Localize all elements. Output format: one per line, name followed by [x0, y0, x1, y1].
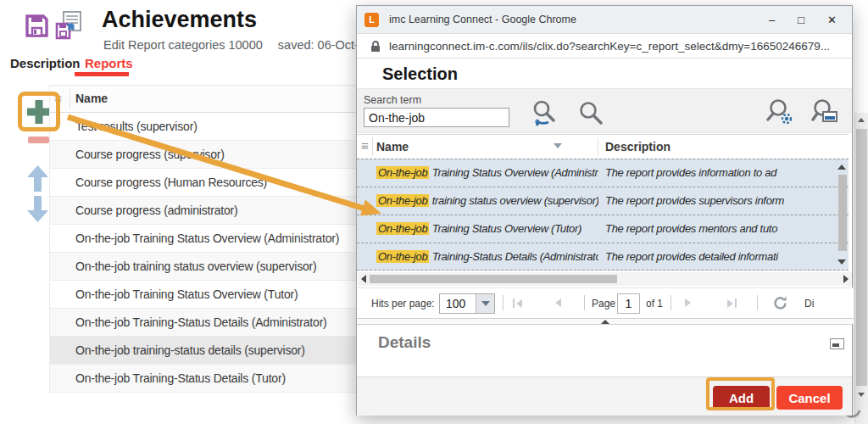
address-bar[interactable]: learningconnect.im-c.com/ils/clix.do?sea… — [357, 34, 852, 59]
details-heading: Details — [378, 333, 431, 352]
move-down-icon[interactable] — [27, 196, 48, 222]
hits-per-page-label: Hits per page: — [371, 298, 435, 310]
report-row-selected[interactable]: On-the-job training-status details (supe… — [50, 337, 356, 365]
report-row[interactable]: On-the-job Training Status Overview (Tut… — [50, 281, 356, 309]
minimize-button[interactable]: – — [769, 14, 775, 26]
report-row[interactable]: Course progress (administrator) — [50, 197, 356, 225]
tab-reports[interactable]: Reports — [85, 56, 133, 70]
report-list-header: ≡ Name — [50, 85, 356, 113]
result-row[interactable]: On-the-job Training Status Overview (Adm… — [357, 159, 849, 187]
active-tab-underline — [75, 72, 129, 76]
rows-horizontal-scrollbar[interactable] — [358, 272, 852, 286]
last-page-button[interactable] — [727, 298, 737, 308]
add-row-icon[interactable] — [27, 100, 51, 124]
drag-handle-icon[interactable]: ≡ — [54, 91, 62, 105]
dialog-footer: Add Cancel — [357, 377, 852, 416]
url-text: learningconnect.im-c.com/ils/clix.do?sea… — [389, 40, 830, 53]
page-subtitle: Edit Report categories 10000 saved: 06-O… — [103, 38, 386, 52]
scroll-down-arrow-icon[interactable] — [858, 393, 865, 397]
rows-scroll-up-icon[interactable] — [837, 165, 846, 170]
search-settings-icon[interactable] — [765, 98, 794, 126]
search-term-label: Search term — [364, 94, 421, 106]
results-rows: On-the-job Training Status Overview (Adm… — [357, 159, 849, 271]
search-match-highlight: On-the-job — [376, 166, 429, 179]
report-row[interactable]: Test results (supervisor) — [50, 113, 356, 141]
results-table-header: ≡ Name Description — [357, 134, 849, 159]
search-input[interactable] — [364, 108, 509, 127]
report-row[interactable]: On-the-job Training Status Overview (Adm… — [50, 225, 356, 253]
report-row[interactable]: Course progress (Human Resources) — [50, 169, 356, 197]
chrome-favicon: L — [364, 13, 379, 27]
tab-description[interactable]: Description — [10, 56, 81, 70]
scroll-up-arrow-icon[interactable] — [858, 118, 865, 122]
result-row[interactable]: On-the-job training status overview (sup… — [357, 187, 849, 215]
subtitle-text: Edit Report categories 10000 — [103, 38, 263, 52]
panel-splitter[interactable] — [357, 318, 854, 325]
column-header-name: Name — [376, 135, 409, 159]
dropdown-arrow-icon[interactable] — [476, 294, 494, 313]
scroll-left-icon[interactable] — [361, 275, 366, 283]
window-title: imc Learning Connect - Google Chrome — [389, 14, 576, 25]
result-row[interactable]: On-the-job Training Status Overview (Tut… — [357, 215, 849, 243]
search-match-highlight: On-the-job — [376, 250, 429, 263]
window-titlebar[interactable]: L imc Learning Connect - Google Chrome –… — [357, 6, 852, 34]
search-icon[interactable] — [579, 101, 603, 125]
scrollbar-thumb[interactable] — [370, 275, 617, 283]
previous-page-button[interactable] — [555, 298, 561, 307]
report-list: ≡ Name Test results (supervisor) Course … — [49, 85, 356, 393]
add-button[interactable]: Add — [713, 386, 770, 410]
search-reset-icon[interactable] — [531, 99, 558, 128]
pagination-bar: Hits per page: 100 Page of 1 Di — [357, 287, 854, 318]
scroll-right-icon[interactable] — [843, 275, 849, 283]
saved-search-icon[interactable] — [810, 98, 839, 126]
search-match-highlight: On-the-job — [376, 222, 429, 235]
search-panel: Search term — [357, 88, 852, 133]
save-and-publish-icon[interactable] — [54, 10, 85, 41]
result-row[interactable]: On-the-job Training-Status Details (Admi… — [357, 243, 849, 271]
sort-dropdown-icon[interactable] — [554, 143, 562, 148]
save-icon[interactable] — [25, 14, 48, 37]
display-label-truncated: Di — [804, 298, 814, 310]
lock-icon — [370, 40, 381, 53]
collapse-details-icon[interactable] — [830, 338, 844, 349]
page-title: Achievements — [102, 7, 257, 33]
close-button[interactable]: ✕ — [827, 14, 837, 26]
column-header-description: Description — [605, 135, 670, 159]
next-page-button[interactable] — [685, 298, 691, 307]
maximize-button[interactable]: □ — [798, 14, 804, 26]
report-row[interactable]: On-the-job training status overview (sup… — [50, 253, 356, 281]
report-row[interactable]: On-the-job Training-Status Details (Admi… — [50, 309, 356, 337]
drag-handle-icon[interactable]: ≡ — [361, 138, 369, 153]
selection-dialog-window: L imc Learning Connect - Google Chrome –… — [356, 5, 853, 416]
hits-per-page-value: 100 — [440, 294, 476, 313]
reload-results-icon[interactable] — [772, 295, 788, 311]
dialog-heading: Selection — [382, 64, 458, 84]
page-number-input[interactable] — [617, 293, 640, 314]
column-header-name: Name — [75, 86, 108, 112]
move-up-icon[interactable] — [27, 165, 48, 192]
report-row[interactable]: On-the-job Training-Status Details (Tuto… — [50, 365, 356, 393]
page-count-label: of 1 — [646, 298, 663, 310]
hits-per-page-select[interactable]: 100 — [439, 293, 495, 314]
scrollbar-thumb[interactable] — [856, 129, 867, 386]
cancel-button[interactable]: Cancel — [776, 386, 843, 410]
search-match-highlight: On-the-job — [376, 194, 429, 207]
report-row[interactable]: Course progress (supervisor) — [50, 141, 356, 169]
page-vertical-scrollbar[interactable] — [854, 113, 868, 424]
page-label: Page — [592, 298, 615, 310]
splitter-arrow-icon[interactable] — [601, 320, 609, 324]
remove-row-icon[interactable] — [28, 137, 49, 143]
rows-scrollbar-thumb[interactable] — [838, 175, 847, 251]
screen: Achievements Edit Report categories 1000… — [0, 0, 868, 424]
first-page-button[interactable] — [513, 298, 522, 308]
rows-scroll-down-icon[interactable] — [837, 259, 846, 265]
